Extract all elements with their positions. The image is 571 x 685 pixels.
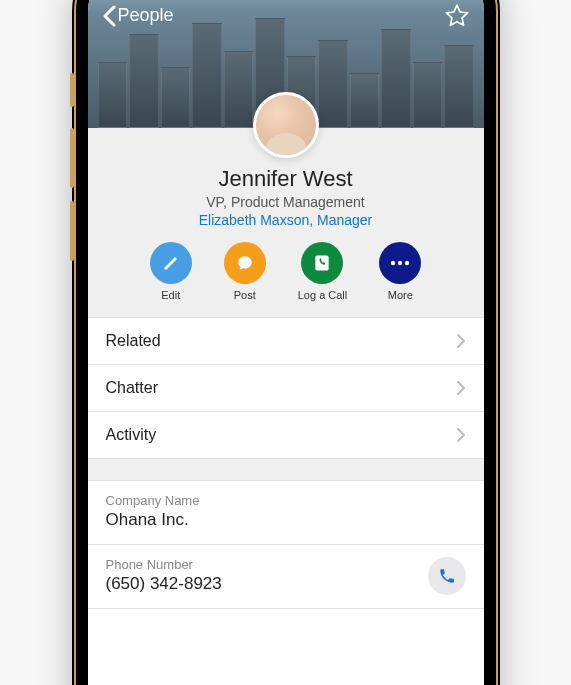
activity-label: Activity bbox=[106, 426, 157, 444]
svg-point-10 bbox=[405, 260, 409, 264]
section-gap bbox=[88, 459, 484, 481]
profile-manager[interactable]: Elizabeth Maxson, Manager bbox=[88, 212, 484, 228]
profile-header: Jennifer West VP, Product Management Eli… bbox=[88, 128, 484, 317]
pencil-icon bbox=[162, 254, 180, 272]
phone-icon bbox=[438, 567, 456, 585]
activity-row[interactable]: Activity bbox=[88, 412, 484, 459]
more-label: More bbox=[388, 289, 413, 301]
phone-log-icon bbox=[312, 253, 332, 273]
edit-action[interactable]: Edit bbox=[150, 242, 192, 301]
more-action[interactable]: More bbox=[379, 242, 421, 301]
chevron-right-icon bbox=[456, 427, 466, 443]
phone-label: Phone Number bbox=[106, 557, 466, 572]
chevron-right-icon bbox=[456, 380, 466, 396]
post-action[interactable]: Post bbox=[224, 242, 266, 301]
star-outline-icon bbox=[444, 3, 470, 29]
chatter-row[interactable]: Chatter bbox=[88, 365, 484, 412]
call-button[interactable] bbox=[428, 557, 466, 595]
log-call-label: Log a Call bbox=[298, 289, 348, 301]
edit-label: Edit bbox=[161, 289, 180, 301]
phone-field[interactable]: Phone Number (650) 342-8923 bbox=[88, 545, 484, 609]
profile-title: VP, Product Management bbox=[88, 194, 484, 210]
company-field[interactable]: Company Name Ohana Inc. bbox=[88, 481, 484, 545]
avatar[interactable] bbox=[253, 92, 319, 158]
log-call-action[interactable]: Log a Call bbox=[298, 242, 348, 301]
company-label: Company Name bbox=[106, 493, 466, 508]
back-button[interactable]: People bbox=[102, 5, 174, 27]
post-label: Post bbox=[234, 289, 256, 301]
chevron-left-icon bbox=[102, 5, 116, 27]
phone-value: (650) 342-8923 bbox=[106, 574, 466, 594]
more-horizontal-icon bbox=[390, 260, 410, 266]
company-value: Ohana Inc. bbox=[106, 510, 466, 530]
related-label: Related bbox=[106, 332, 161, 350]
related-row[interactable]: Related bbox=[88, 317, 484, 365]
svg-point-8 bbox=[391, 260, 395, 264]
chatter-label: Chatter bbox=[106, 379, 158, 397]
back-label: People bbox=[118, 5, 174, 26]
svg-point-9 bbox=[398, 260, 402, 264]
chat-bubble-icon bbox=[236, 254, 254, 272]
favorite-button[interactable] bbox=[444, 3, 470, 29]
chevron-right-icon bbox=[456, 333, 466, 349]
